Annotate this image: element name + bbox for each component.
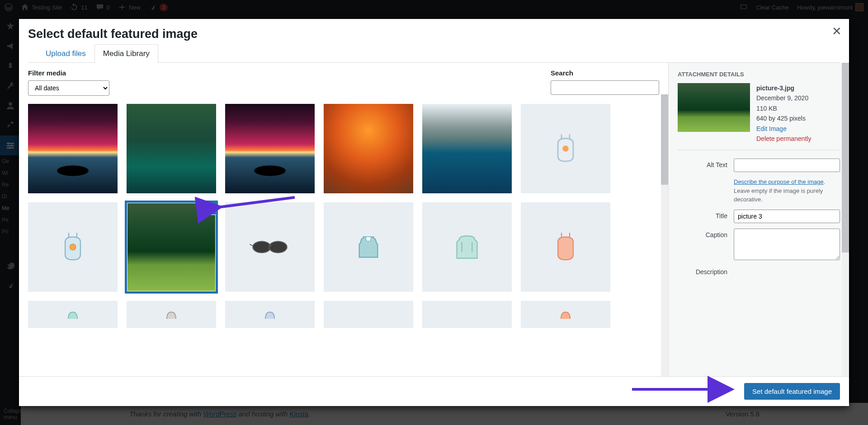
search-group: Search	[551, 69, 659, 96]
attachment-details: ATTACHMENT DETAILS picture-3.jpg Decembe…	[668, 63, 849, 376]
svg-point-12	[253, 241, 271, 252]
close-button[interactable]: ✕	[832, 24, 842, 38]
filter-label: Filter media	[28, 69, 109, 77]
browser-scrollbar[interactable]	[661, 94, 668, 376]
svg-point-10	[562, 145, 569, 152]
alt-text-label: Alt Text	[678, 159, 727, 168]
set-default-button[interactable]: Set default featured image	[744, 383, 840, 400]
modal-body: Filter media All dates Search	[19, 63, 849, 376]
annotation-arrow-2	[627, 383, 736, 398]
media-item[interactable]	[127, 301, 216, 328]
media-item[interactable]	[324, 301, 413, 328]
media-item[interactable]	[422, 202, 512, 292]
search-input[interactable]	[551, 80, 659, 95]
media-item-selected[interactable]	[127, 202, 216, 292]
media-grid	[28, 104, 659, 328]
scrollbar-thumb[interactable]	[661, 94, 668, 185]
edit-image-link[interactable]: Edit Image	[756, 124, 811, 134]
title-input[interactable]	[734, 210, 840, 223]
media-item[interactable]	[28, 202, 118, 292]
modal-header: Select default featured image ✕ Upload f…	[19, 19, 849, 63]
media-item[interactable]	[521, 104, 610, 193]
check-icon	[204, 202, 216, 215]
details-filename: picture-3.jpg	[756, 83, 811, 93]
title-label: Title	[678, 210, 727, 220]
details-dimensions: 640 by 425 pixels	[756, 113, 811, 123]
media-item[interactable]	[521, 301, 610, 328]
media-item[interactable]	[225, 104, 315, 193]
media-item[interactable]	[324, 202, 413, 292]
media-item[interactable]	[324, 104, 413, 193]
modal-overlay: Select default featured image ✕ Upload f…	[0, 0, 868, 425]
filter-group: Filter media All dates	[28, 69, 109, 96]
media-item[interactable]	[422, 301, 512, 328]
details-scrollbar[interactable]	[842, 63, 849, 376]
details-heading: ATTACHMENT DETAILS	[678, 71, 840, 78]
tab-media-library[interactable]: Media Library	[94, 44, 158, 63]
date-filter-select[interactable]: All dates	[28, 80, 109, 96]
delete-link[interactable]: Delete permanently	[756, 134, 811, 144]
caption-label: Caption	[678, 229, 727, 238]
alt-hint-link[interactable]: Describe the purpose of the image	[734, 178, 824, 185]
modal-tabs: Upload files Media Library	[28, 44, 840, 63]
media-item[interactable]	[422, 104, 512, 193]
details-scrollbar-thumb[interactable]	[842, 63, 849, 252]
modal-title: Select default featured image	[28, 27, 840, 41]
media-item[interactable]	[28, 104, 118, 193]
media-item[interactable]	[521, 202, 610, 292]
caption-input[interactable]	[734, 229, 840, 260]
svg-point-13	[269, 241, 287, 252]
description-label: Description	[678, 266, 727, 276]
modal-footer: Set default featured image	[19, 376, 849, 406]
svg-point-11	[70, 244, 76, 250]
details-meta: picture-3.jpg December 9, 2020 110 KB 64…	[756, 83, 811, 144]
media-browser: Filter media All dates Search	[19, 63, 668, 376]
details-thumbnail	[678, 83, 750, 132]
details-date: December 9, 2020	[756, 93, 811, 103]
alt-text-input[interactable]	[734, 159, 840, 172]
media-item[interactable]	[225, 301, 315, 328]
details-size: 110 KB	[756, 103, 811, 113]
search-label: Search	[551, 69, 659, 77]
tab-upload-files[interactable]: Upload files	[37, 44, 94, 63]
media-item[interactable]	[225, 202, 315, 292]
media-item[interactable]	[28, 301, 118, 328]
alt-text-hint: Describe the purpose of the image. Leave…	[734, 177, 840, 204]
media-item[interactable]	[127, 104, 216, 193]
media-modal: Select default featured image ✕ Upload f…	[19, 19, 849, 406]
